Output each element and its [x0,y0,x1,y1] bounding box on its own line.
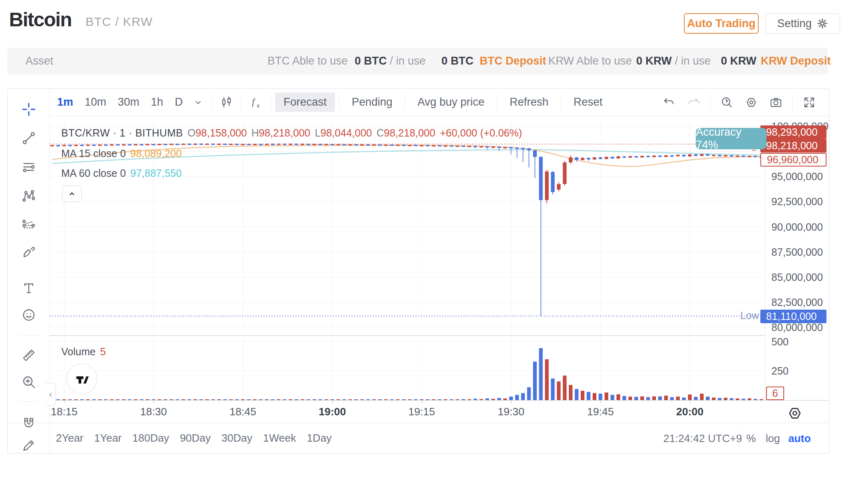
axis-settings-button[interactable] [787,405,803,421]
time-label: 19:15 [408,405,435,418]
chart-plot-area[interactable]: BTC/KRW · 1 · BITHUMB O98,158,000 H98,21… [50,116,765,400]
horizontal-lines-icon [21,160,36,174]
asset-title: Asset [25,55,53,67]
svg-text:f: f [252,97,256,107]
emoji-icon [21,308,36,322]
reset-button[interactable]: Reset [565,93,611,112]
redo-icon[interactable] [687,96,700,109]
sidebar-projection-tool[interactable] [21,217,36,232]
chevron-up-icon [67,188,77,199]
krw-able-value: 0 KRW [636,55,672,67]
range-button-90day[interactable]: 90Day [180,432,211,445]
time-tick [511,401,512,403]
tradingview-logo[interactable] [66,363,97,394]
toolbar-right-group [656,89,822,116]
volume-label: Volume [61,346,95,358]
sidebar-zoom-in-tool[interactable] [21,375,36,389]
fullscreen-icon[interactable] [803,96,816,109]
sidebar-horizontal-lines-tool[interactable] [21,160,36,174]
auto-trading-label: Auto Trading [687,17,755,30]
snapshot-camera-icon[interactable] [769,96,783,109]
toolbar-divider [561,95,561,110]
refresh-button[interactable]: Refresh [501,93,557,112]
krw-in-use-suffix: / in use [675,55,711,67]
price-label: 95,000,000 [771,171,823,183]
time-label: 18:15 [51,405,77,418]
time-tick [332,401,333,403]
quick-search-icon[interactable] [720,96,733,109]
range-button-1week[interactable]: 1Week [263,432,296,445]
auto-trading-button[interactable]: Auto Trading [684,13,759,34]
range-buttons: 2Year1Year180Day90Day30Day1Week1Day [56,423,332,453]
toolbar-left-group: 1m10m30m1hDfxForecastPendingAvg buy pric… [51,89,611,116]
range-button-2year[interactable]: 2Year [56,432,83,445]
ma15-row: MA 15 close 0 98,089,200 [61,148,182,160]
interval-button-1m[interactable]: 1m [51,96,79,109]
volume-badge: 6 [766,387,784,400]
time-label: 20:00 [676,405,704,418]
settings-hexagon-icon[interactable] [745,96,758,109]
interval-button-1h[interactable]: 1h [145,96,169,109]
setting-button[interactable]: Setting [765,13,840,34]
undo-icon[interactable] [662,96,675,109]
scale-button-%[interactable]: % [746,432,756,445]
time-axis[interactable]: 18:1518:3018:4519:0019:1519:3019:4520:00 [50,400,829,423]
indicators-fx-icon[interactable]: fx [249,95,263,109]
range-button-1year[interactable]: 1Year [94,432,122,445]
forecast-high-badge: 98,293,000 [760,125,826,139]
range-button-1day[interactable]: 1Day [307,432,332,445]
sidebar-divider [19,336,38,336]
range-button-180day[interactable]: 180Day [132,432,169,445]
scale-button-log[interactable]: log [766,432,780,445]
projection-icon [21,217,36,232]
time-label: 19:45 [587,405,614,418]
page-title: Bitcoin [9,8,72,31]
svg-text:x: x [256,102,259,109]
btc-able-value: 0 BTC [355,55,387,67]
chart-style-candles-icon[interactable] [220,96,233,109]
interval-button-10m[interactable]: 10m [79,96,112,109]
btc-deposit-link[interactable]: BTC Deposit [480,55,546,67]
krw-deposit-link[interactable]: KRW Deposit [761,55,831,67]
asset-bar: Asset BTC Able to use 0 BTC / in use 0 B… [7,48,828,75]
price-label: 90,000,000 [771,221,823,233]
time-label: 18:30 [140,405,167,418]
legend-collapse-button[interactable] [62,185,82,202]
tv-logo-icon [73,370,91,388]
toolbar-divider [339,95,339,110]
krw-able-label: KRW Able to use [548,55,632,67]
ma60-row: MA 60 close 0 97,887,550 [61,167,182,179]
price-axis[interactable]: 100,000,00095,000,00092,500,00090,000,00… [765,116,829,400]
scale-button-auto[interactable]: auto [788,432,811,445]
range-button-30day[interactable]: 30Day [222,432,252,445]
sidebar-trend-line-tool[interactable] [21,131,36,146]
interval-button-30m[interactable]: 30m [112,96,145,109]
time-tick [422,401,422,403]
sidebar-brush-tool[interactable] [21,245,36,259]
clock: 21:24:42 UTC+9 [663,432,742,445]
ma60-label: MA 60 close 0 [61,167,126,179]
sidebar-xabcd-pattern-tool[interactable] [21,188,36,203]
time-tick [243,401,243,403]
time-label: 18:45 [229,405,256,418]
volume-axis-label: 500 [771,336,789,348]
sidebar-ruler-tool[interactable] [21,348,36,363]
time-tick [154,401,154,403]
sidebar-crosshair-tool[interactable] [21,102,36,117]
gear-icon [817,18,828,29]
toolbar-divider [792,95,793,110]
trend-line-icon [21,131,36,146]
trading-page: Bitcoin BTC / KRW Auto Trading Setting A… [0,0,868,477]
pending-button[interactable]: Pending [344,93,401,112]
price-label: 92,500,000 [771,196,823,208]
sidebar-collapse-handle[interactable]: ‹ [46,383,56,406]
toolbar-divider [405,95,405,110]
avg-buy-price-button[interactable]: Avg buy price [409,93,493,112]
time-tick [64,401,65,403]
interval-button-D[interactable]: D [169,96,189,109]
sidebar-text-tool[interactable] [21,281,36,296]
last-high-badge: 98,218,000 [760,139,826,153]
sidebar-emoji-tool[interactable] [21,308,36,322]
chevron-down-icon[interactable] [192,97,204,108]
forecast-button[interactable]: Forecast [275,93,335,112]
